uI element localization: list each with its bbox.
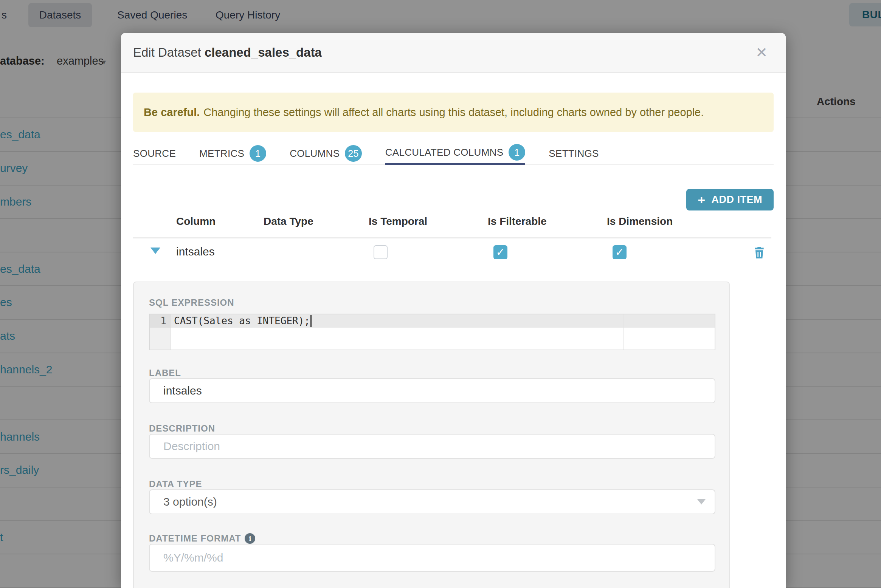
editor-print-margin (624, 314, 624, 350)
delete-trash-icon[interactable] (752, 244, 767, 260)
add-item-button[interactable]: + ADD ITEM (686, 189, 774, 210)
divider (133, 237, 771, 238)
datetime-format-input[interactable]: %Y/%m/%d (149, 544, 715, 572)
tab-settings[interactable]: SETTINGS (549, 142, 599, 165)
calculated-columns-header-row: Column Data Type Is Temporal Is Filterab… (121, 215, 786, 231)
tab-count-badge: 1 (509, 144, 525, 161)
tab-calculated-columns[interactable]: CALCULATED COLUMNS1 (385, 142, 526, 165)
tab-label: METRICS (199, 148, 244, 159)
description-input[interactable]: Description (149, 434, 715, 459)
modal-header: Edit Dataset cleaned_sales_data ✕ (121, 33, 786, 73)
description-field-label: DESCRIPTION (149, 423, 215, 434)
col-header-is-dimension: Is Dimension (607, 215, 673, 227)
calculated-column-detail-panel: SQL EXPRESSION 1 CAST(Sales as INTEGER);… (133, 282, 730, 588)
close-icon[interactable]: ✕ (755, 45, 768, 60)
label-input[interactable]: intsales (149, 378, 715, 403)
modal-title-prefix: Edit Dataset (133, 45, 201, 59)
edit-dataset-modal: Edit Dataset cleaned_sales_data ✕ Be car… (121, 33, 786, 588)
sql-code: CAST(Sales as INTEGER); (174, 314, 310, 328)
warning-bold: Be careful. (144, 106, 200, 119)
editor-line-number: 1 (150, 314, 171, 328)
data-type-select[interactable]: 3 option(s) (149, 489, 715, 514)
is-dimension-checkbox[interactable]: ✓ (613, 245, 627, 259)
col-header-is-filterable: Is Filterable (488, 215, 547, 227)
datetime-format-label-text: DATETIME FORMAT (149, 533, 241, 544)
data-type-field-label: DATA TYPE (149, 479, 202, 489)
warning-banner: Be careful. Changing these settings will… (133, 93, 774, 132)
tab-source[interactable]: SOURCE (133, 142, 176, 165)
datetime-format-field-label: DATETIME FORMAT i (149, 533, 255, 544)
sql-expression-label: SQL EXPRESSION (149, 297, 234, 308)
tab-count-badge: 25 (345, 145, 361, 162)
calculated-column-row: intsales ✓ ✓ (121, 244, 786, 261)
tab-metrics[interactable]: METRICS1 (199, 142, 266, 165)
dataset-name: cleaned_sales_data (205, 45, 322, 59)
tab-label: SETTINGS (549, 148, 599, 159)
column-name: intsales (176, 245, 215, 258)
data-type-value: 3 option(s) (163, 495, 217, 508)
screen: s Datasets Saved Queries Query History B… (0, 0, 881, 588)
tab-columns[interactable]: COLUMNS25 (290, 142, 362, 165)
collapse-caret-icon[interactable] (150, 248, 160, 254)
select-caret-icon (697, 499, 706, 504)
is-temporal-checkbox[interactable] (374, 245, 388, 259)
tab-count-badge: 1 (250, 145, 266, 162)
plus-icon: + (698, 193, 705, 206)
col-header-data-type: Data Type (264, 215, 313, 227)
add-item-label: ADD ITEM (712, 194, 763, 206)
warning-text: Changing these settings will affect all … (203, 106, 704, 119)
info-icon[interactable]: i (245, 533, 255, 544)
sql-expression-editor[interactable]: 1 CAST(Sales as INTEGER); (149, 314, 715, 350)
text-cursor (310, 315, 312, 327)
sql-code-text: CAST(Sales as INTEGER); (174, 315, 310, 326)
tab-label: CALCULATED COLUMNS (385, 147, 504, 158)
col-header-is-temporal: Is Temporal (369, 215, 427, 227)
modal-title: Edit Dataset cleaned_sales_data (133, 45, 322, 60)
modal-tabs: SOURCE METRICS1 COLUMNS25 CALCULATED COL… (133, 142, 774, 165)
col-header-column: Column (176, 215, 216, 227)
tab-label: COLUMNS (290, 148, 340, 159)
is-filterable-checkbox[interactable]: ✓ (493, 245, 507, 259)
tab-label: SOURCE (133, 148, 176, 159)
label-field-label: LABEL (149, 368, 181, 378)
